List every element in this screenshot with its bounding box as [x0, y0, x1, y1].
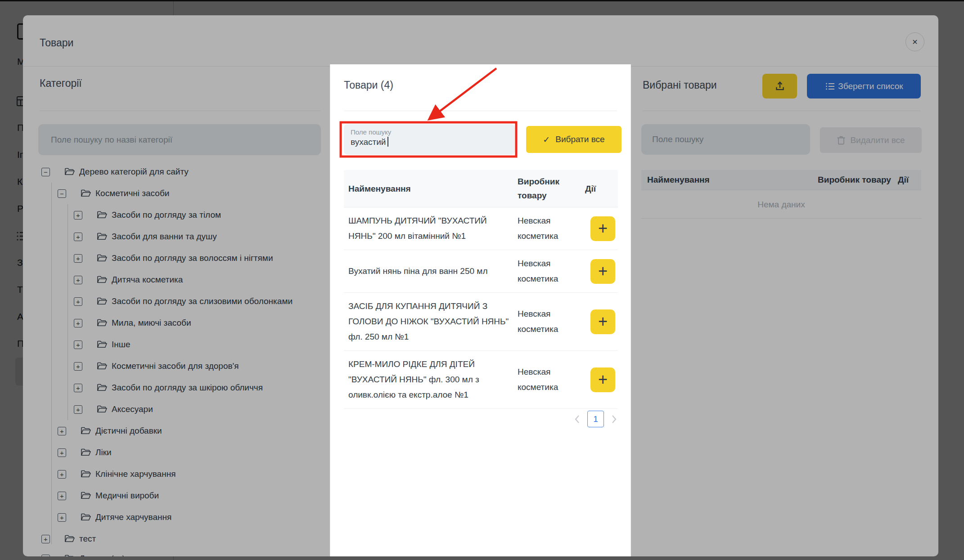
products-title: Товари (4) — [344, 79, 393, 91]
close-button[interactable]: ✕ — [905, 32, 924, 51]
category-tree-item[interactable]: − Косметичні засоби — [58, 183, 330, 204]
category-label[interactable]: Косметичні засоби — [95, 188, 169, 198]
category-label[interactable]: Засоби по догляду за волоссям і нігтями — [112, 253, 273, 263]
selected-title: Вибрані товари — [643, 79, 717, 91]
add-product-button[interactable]: + — [590, 309, 615, 334]
delete-all-label: Видалити все — [850, 135, 905, 145]
tree-expander-icon[interactable]: + — [58, 513, 66, 522]
tree-expander-icon[interactable]: − — [58, 189, 66, 198]
category-tree-item[interactable]: + Косметичні засоби для здоров'я — [74, 355, 330, 377]
divider — [344, 111, 617, 111]
categories-title: Категорії — [40, 77, 82, 90]
category-label[interactable]: Медичні вироби — [95, 491, 159, 501]
page-number-button[interactable]: 1 — [587, 411, 604, 427]
category-label[interactable]: Дієтичні добавки — [95, 426, 162, 436]
plus-icon: + — [598, 263, 608, 279]
product-manufacturer: Невская косметика — [518, 306, 585, 337]
folder-icon — [64, 534, 75, 543]
category-tree-item[interactable]: + Дерево (…) — [41, 550, 330, 556]
empty-text: Нема даних — [757, 200, 805, 210]
category-tree-item[interactable]: + Засоби по догляду за слизовими оболонк… — [74, 291, 330, 312]
category-label[interactable]: Ліки — [95, 448, 112, 457]
tree-expander-icon[interactable]: + — [74, 405, 82, 414]
col-manufacturer: Виробник товару — [818, 175, 898, 185]
close-icon: ✕ — [912, 38, 918, 46]
select-all-button[interactable]: ✓ Вибрати все — [526, 126, 622, 153]
next-page-icon[interactable] — [611, 414, 617, 424]
products-modal: Товари ✕ Категорії Поле пошуку по назві … — [23, 15, 938, 556]
category-tree-item[interactable]: + Засоби по догляду за тілом — [74, 204, 330, 226]
category-label[interactable]: Інше — [112, 340, 131, 349]
selected-products-panel: Вибрані товари Зберегти список Поле пош — [641, 66, 921, 556]
category-tree-item[interactable]: + Клінічне харчування — [58, 463, 330, 485]
tree-expander-icon[interactable]: + — [74, 362, 82, 371]
category-label[interactable]: Дитяча косметика — [112, 275, 183, 285]
product-name: ЗАСІБ ДЛЯ КУПАННЯ ДИТЯЧИЙ З ГОЛОВИ ДО НІ… — [348, 299, 518, 345]
previous-page-icon[interactable] — [574, 414, 580, 424]
category-tree-item[interactable]: + Дієтичні добавки — [58, 420, 330, 442]
add-product-button[interactable]: + — [590, 367, 615, 392]
col-name: Найменування — [647, 175, 818, 185]
tree-expander-icon[interactable]: + — [58, 448, 66, 457]
category-label[interactable]: Засоби по догляду за слизовими оболонкам… — [112, 296, 293, 306]
category-label[interactable]: Аксесуари — [112, 404, 153, 414]
tree-expander-icon[interactable]: + — [58, 470, 66, 479]
category-tree-item[interactable]: + Дитяча косметика — [74, 269, 330, 291]
col-actions: Дії — [585, 182, 618, 196]
tree-expander-icon[interactable]: + — [74, 340, 82, 349]
folder-icon — [97, 254, 107, 263]
category-label[interactable]: Засоби для ванни та душу — [112, 232, 217, 242]
folder-icon — [97, 297, 107, 306]
category-tree-item[interactable]: + тест — [41, 528, 330, 550]
category-tree-item[interactable]: − Дерево категорій для сайту — [41, 161, 330, 183]
tree-expander-icon[interactable]: + — [74, 297, 82, 306]
tree-expander-icon[interactable]: + — [74, 319, 82, 327]
category-label[interactable]: Клінічне харчування — [95, 469, 176, 479]
product-manufacturer: Невская косметика — [518, 256, 585, 287]
tree-expander-icon[interactable]: − — [41, 168, 50, 176]
category-search-input[interactable]: Поле пошуку по назві категорії — [38, 124, 321, 155]
add-product-button[interactable]: + — [590, 216, 615, 241]
category-tree-item[interactable]: + Засоби для ванни та душу — [74, 226, 330, 247]
tree-expander-icon[interactable]: + — [74, 233, 82, 241]
add-product-button[interactable]: + — [590, 259, 615, 284]
tree-expander-icon[interactable]: + — [58, 492, 66, 500]
divider — [40, 111, 321, 111]
tree-expander-icon[interactable]: + — [58, 427, 66, 435]
products-table-header: Найменування Виробник товару Дії — [344, 170, 618, 207]
selected-search-input[interactable]: Поле пошуку — [641, 124, 810, 155]
category-tree-item[interactable]: + Інше — [74, 334, 330, 355]
category-tree-item[interactable]: + Засоби по догляду за волоссям і нігтям… — [74, 247, 330, 269]
category-label[interactable]: Дерево категорій для сайту — [79, 167, 189, 177]
category-label[interactable]: Засоби по догляду за шкірою обличчя — [112, 383, 263, 393]
category-label[interactable]: Мила, миючі засоби — [112, 318, 191, 328]
category-label[interactable]: Дерево (…) — [79, 554, 125, 556]
category-tree-item[interactable]: + Дитяче харчування — [58, 506, 330, 528]
category-tree-item[interactable]: + Ліки — [58, 442, 330, 463]
tree-expander-icon[interactable]: + — [74, 384, 82, 392]
tree-expander-icon[interactable]: + — [41, 535, 50, 543]
text-caret — [387, 137, 388, 147]
category-tree-item[interactable]: + Засоби по догляду за шкірою обличчя — [74, 377, 330, 399]
delete-all-button[interactable]: Видалити все — [820, 127, 922, 153]
folder-icon — [64, 167, 75, 176]
save-list-button[interactable]: Зберегти список — [807, 74, 921, 99]
product-manufacturer: Невская косметика — [518, 213, 585, 244]
category-label[interactable]: Дитяче харчування — [95, 512, 171, 522]
product-name: ШАМПУНЬ ДИТЯЧИЙ "ВУХАСТИЙ НЯНЬ" 200 мл в… — [348, 213, 518, 244]
tree-expander-icon[interactable]: + — [74, 211, 82, 220]
upload-button[interactable] — [762, 74, 797, 99]
product-search-input[interactable]: Поле пошуку вухастий — [344, 124, 515, 155]
category-tree-item[interactable]: + Аксесуари — [74, 399, 330, 420]
category-label[interactable]: тест — [79, 534, 96, 544]
tree-expander-icon[interactable]: + — [74, 276, 82, 284]
category-tree-item[interactable]: + Мила, миючі засоби — [74, 312, 330, 334]
category-tree-item[interactable]: + Медичні вироби — [58, 485, 330, 506]
tree-expander-icon[interactable]: + — [74, 254, 82, 263]
category-label[interactable]: Косметичні засоби для здоров'я — [112, 361, 239, 371]
plus-icon: + — [598, 372, 608, 388]
screen: М П Іп К Р З Т А П Товари ✕ — [0, 0, 964, 560]
products-panel: Товари (4) Поле пошуку вухастий ✓ Вибрат… — [330, 64, 631, 556]
tree-expander-icon[interactable]: + — [41, 555, 50, 557]
category-label[interactable]: Засоби по догляду за тілом — [112, 210, 221, 220]
